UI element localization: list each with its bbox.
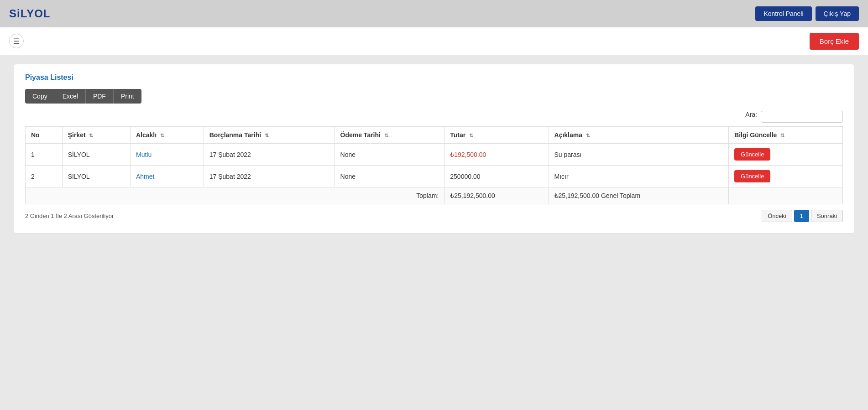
cell-odeme-1: None: [335, 144, 444, 166]
table-header-row: No Şirket ⇅ Alcaklı ⇅ Borçlanma Tarihi ⇅…: [26, 127, 843, 144]
total-aciklama: ₺25,192,500.00 Genel Toplam: [549, 187, 729, 204]
cell-alcakli-1[interactable]: Mutlu: [130, 144, 204, 166]
col-tutar: Tutar ⇅: [444, 127, 549, 144]
col-odeme-tarihi: Ödeme Tarihi ⇅: [335, 127, 444, 144]
sub-header: ☰ Borç Ekle: [0, 27, 868, 55]
guncelle-button-2[interactable]: Güncelle: [734, 170, 770, 182]
piyasa-listesi-card: Piyasa Listesi Copy Excel PDF Print Ara:…: [14, 64, 854, 234]
cell-odeme-2: None: [335, 166, 444, 187]
total-empty: [729, 187, 843, 204]
cell-alcakli-2[interactable]: Ahmet: [130, 166, 204, 187]
col-no: No: [26, 127, 63, 144]
pdf-button[interactable]: PDF: [85, 89, 113, 104]
table-footer: 2 Giriden 1 İle 2 Arası Gösteriliyor Önc…: [25, 210, 843, 222]
main-content: Piyasa Listesi Copy Excel PDF Print Ara:…: [0, 55, 868, 243]
hamburger-icon: ☰: [13, 37, 20, 46]
cell-sirket-2: SİLYOL: [62, 166, 130, 187]
total-tutar: ₺25,192,500.00: [444, 187, 549, 204]
cell-aciklama-1: Su parası: [549, 144, 729, 166]
kontrol-paneli-button[interactable]: Kontrol Paneli: [755, 6, 811, 21]
table-row: 2 SİLYOL Ahmet 17 Şubat 2022 None 250000…: [26, 166, 843, 187]
sort-icon-odeme: ⇅: [384, 133, 388, 138]
cell-borclanma-2: 17 Şubat 2022: [204, 166, 335, 187]
cell-no-1: 1: [26, 144, 63, 166]
copy-button[interactable]: Copy: [25, 89, 55, 104]
cell-no-2: 2: [26, 166, 63, 187]
card-title: Piyasa Listesi: [25, 73, 843, 82]
cell-tutar-2: 250000.00: [444, 166, 549, 187]
cell-guncelle-2: Güncelle: [729, 166, 843, 187]
sort-icon-alcakli: ⇅: [160, 133, 164, 138]
sort-icon-sirket: ⇅: [89, 133, 93, 138]
cell-guncelle-1: Güncelle: [729, 144, 843, 166]
cell-aciklama-2: Mıcır: [549, 166, 729, 187]
cell-tutar-1: ₺192,500.00: [444, 144, 549, 166]
header-buttons: Kontrol Paneli Çıkış Yap: [755, 6, 859, 21]
pagination: Önceki 1 Sonraki: [762, 210, 843, 222]
sort-icon-aciklama: ⇅: [586, 133, 590, 138]
borc-ekle-button[interactable]: Borç Ekle: [810, 33, 859, 50]
guncelle-button-1[interactable]: Güncelle: [734, 148, 770, 161]
col-sirket: Şirket ⇅: [62, 127, 130, 144]
sonraki-button[interactable]: Sonraki: [811, 210, 843, 222]
cell-borclanma-1: 17 Şubat 2022: [204, 144, 335, 166]
cell-sirket-1: SİLYOL: [62, 144, 130, 166]
total-row: Toplam: ₺25,192,500.00 ₺25,192,500.00 Ge…: [26, 187, 843, 204]
logo: SiLYOL: [9, 7, 50, 20]
header: SiLYOL Kontrol Paneli Çıkış Yap: [0, 0, 868, 27]
col-bilgi-guncelle: Bilgi Güncelle ⇅: [729, 127, 843, 144]
table-row: 1 SİLYOL Mutlu 17 Şubat 2022 None ₺192,5…: [26, 144, 843, 166]
col-aciklama: Açıklama ⇅: [549, 127, 729, 144]
excel-button[interactable]: Excel: [55, 89, 85, 104]
col-borclanma-tarihi: Borçlanma Tarihi ⇅: [204, 127, 335, 144]
search-input[interactable]: [761, 111, 843, 123]
cikis-yap-button[interactable]: Çıkış Yap: [816, 6, 859, 21]
pagination-info: 2 Giriden 1 İle 2 Arası Gösteriliyor: [25, 213, 114, 219]
search-label: Ara:: [745, 111, 757, 123]
piyasa-table: No Şirket ⇅ Alcaklı ⇅ Borçlanma Tarihi ⇅…: [25, 126, 843, 204]
sort-icon-borclanma: ⇅: [265, 133, 269, 138]
total-label: Toplam:: [26, 187, 444, 204]
onceki-button[interactable]: Önceki: [762, 210, 792, 222]
col-alcakli: Alcaklı ⇅: [130, 127, 204, 144]
export-bar: Copy Excel PDF Print: [25, 89, 843, 104]
menu-icon-button[interactable]: ☰: [9, 34, 24, 48]
sort-icon-bilgi: ⇅: [780, 133, 784, 138]
search-row: Ara:: [25, 111, 843, 123]
sort-icon-tutar: ⇅: [469, 133, 473, 138]
page-1-button[interactable]: 1: [794, 210, 809, 222]
print-button[interactable]: Print: [113, 89, 141, 104]
